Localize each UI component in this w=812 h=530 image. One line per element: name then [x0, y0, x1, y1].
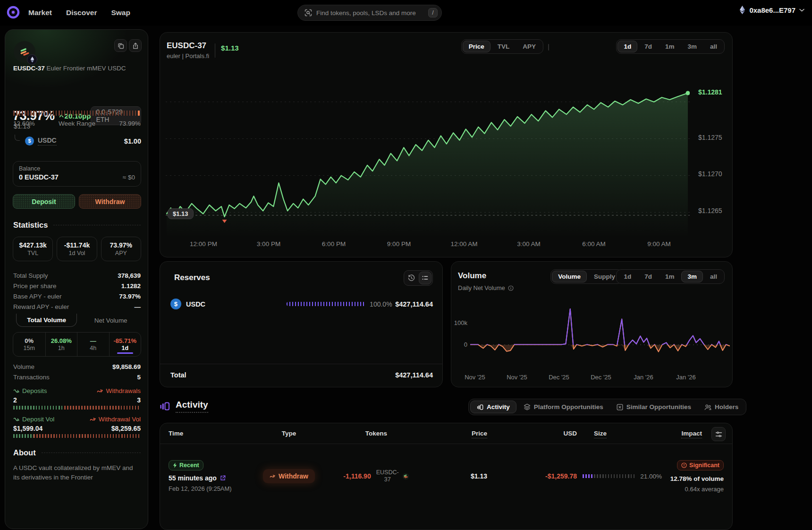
- range-7d[interactable]: 7d: [638, 41, 658, 52]
- week-range-bar: [13, 111, 141, 116]
- col-usd: USD: [487, 430, 577, 437]
- range-1m[interactable]: 1m: [659, 271, 681, 282]
- tab-volume[interactable]: Volume: [552, 271, 587, 282]
- tab-label: Activity: [487, 403, 510, 410]
- interval-15m[interactable]: 0%15m: [13, 333, 45, 356]
- divider: [215, 43, 215, 58]
- withdrawal-arrow-icon: [89, 416, 97, 423]
- y-axis-label: $1.1265: [698, 207, 722, 214]
- info-icon[interactable]: [508, 285, 514, 291]
- chart-title: EUSDC-37: [167, 41, 209, 51]
- stat-card-1d-vol: -$11.74k 1d Vol: [57, 237, 97, 261]
- stat-value: -$11.74k: [64, 241, 90, 249]
- search-input[interactable]: Find tokens, pools, LSDs and more /: [297, 5, 442, 21]
- external-link-icon[interactable]: [220, 475, 226, 481]
- volume-x-label: Nov '25: [458, 374, 491, 381]
- deposits-count: 2: [13, 396, 17, 404]
- price-chart-panel: EUSDC-37 euler | Portals.fi $1.13 Price …: [160, 32, 733, 257]
- net-volume-chart[interactable]: [470, 303, 730, 369]
- wallet-button[interactable]: 0xa8e6...E797: [739, 5, 804, 15]
- divider: [548, 44, 549, 51]
- range-all[interactable]: all: [704, 271, 723, 282]
- impact-cell: Significant 12.78% of volume 0.64x avera…: [662, 460, 724, 493]
- interval-value: 0%: [25, 337, 34, 344]
- underlying-symbol: USDC: [38, 137, 57, 145]
- range-1d[interactable]: 1d: [617, 271, 637, 282]
- wallet-address: 0xa8e6...E797: [749, 6, 795, 14]
- balance-label: Balance: [19, 165, 135, 172]
- tab-activity[interactable]: Activity: [470, 401, 516, 413]
- tab-apy[interactable]: APY: [516, 41, 542, 52]
- vault-mini-icon: [402, 473, 409, 480]
- volume-range-tabs: 1d 7d 1m 3m all: [616, 269, 725, 284]
- volume-subtitle: Daily Net Volume: [458, 284, 505, 291]
- range-all[interactable]: all: [704, 41, 723, 52]
- volume-title: Volume: [458, 271, 486, 281]
- chevron-down-icon: [799, 9, 804, 12]
- activity-icon: [160, 401, 170, 411]
- interval-1d[interactable]: -85.71%1d: [109, 333, 141, 356]
- week-range-label: Week Range: [59, 120, 95, 127]
- stat-row-label: Price per share: [13, 282, 57, 290]
- time-cell: Recent 55 minutes ago Feb 12, 2026 (9:25…: [169, 460, 256, 492]
- tab-net-volume[interactable]: Net Volume: [84, 314, 138, 327]
- col-size[interactable]: Size: [577, 430, 662, 437]
- filter-icon[interactable]: [711, 427, 726, 441]
- withdraw-arrow-icon: [269, 473, 276, 479]
- col-price[interactable]: Price: [431, 430, 487, 437]
- reserve-row[interactable]: $ USDC 100.0% $427,114.64: [170, 299, 433, 309]
- nav-link-discover[interactable]: Discover: [66, 9, 97, 17]
- history-icon[interactable]: [405, 272, 418, 284]
- interval-value: -85.71%: [114, 337, 136, 344]
- withdraw-button[interactable]: Withdraw: [79, 194, 141, 209]
- tab-holders[interactable]: Holders: [698, 401, 744, 413]
- tokens-cell: -1,116.90 EUSDC-37: [322, 469, 431, 483]
- app-logo-icon[interactable]: [7, 6, 20, 19]
- range-3m[interactable]: 3m: [681, 271, 703, 282]
- interval-value: 26.08%: [51, 337, 72, 344]
- tab-platform-opportunities[interactable]: Platform Opportunities: [517, 401, 609, 413]
- lightning-icon: [173, 462, 177, 468]
- tab-similar-opportunities[interactable]: Similar Opportunities: [610, 401, 697, 413]
- trade-usd: -$1,259.78: [545, 472, 577, 480]
- transactions-row: Transactions5: [13, 372, 141, 382]
- deposit-button[interactable]: Deposit: [13, 194, 75, 209]
- activity-row[interactable]: Recent 55 minutes ago Feb 12, 2026 (9:25…: [160, 444, 732, 508]
- range-3m[interactable]: 3m: [681, 41, 703, 52]
- time-relative: 55 minutes ago: [169, 474, 217, 482]
- interval-1h[interactable]: 26.08%1h: [45, 333, 77, 356]
- about-text: A USDC vault collateralized by mMEV and …: [13, 463, 138, 482]
- tab-price[interactable]: Price: [463, 41, 491, 52]
- stat-card-apy: 73.97% APY: [101, 237, 141, 261]
- price-line-chart[interactable]: [166, 71, 690, 238]
- tab-label: Holders: [715, 403, 738, 410]
- nav-link-swap[interactable]: Swap: [111, 9, 130, 17]
- interval-4h[interactable]: —4h: [77, 333, 109, 356]
- deposits-label: Deposits: [22, 387, 47, 394]
- deposit-arrow-icon: [13, 416, 20, 423]
- vault-symbol: EUSDC-37: [13, 65, 45, 72]
- size-pct: 21.00%: [640, 473, 662, 480]
- stat-label: APY: [115, 250, 127, 256]
- stat-row: Reward APY - euler—: [13, 301, 141, 312]
- range-1d[interactable]: 1d: [617, 41, 637, 52]
- list-icon[interactable]: [419, 272, 431, 284]
- stat-row-label: Reward APY - euler: [13, 303, 69, 310]
- tab-tvl[interactable]: TVL: [491, 41, 516, 52]
- token-symbol: EUSDC-37: [375, 469, 400, 483]
- tab-total-volume[interactable]: Total Volume: [16, 314, 77, 327]
- underlying-token-row[interactable]: $ USDC $1.00: [25, 137, 141, 145]
- volume-x-label: Jan '26: [669, 374, 702, 381]
- range-1m[interactable]: 1m: [659, 41, 681, 52]
- type-cell: Withdraw: [256, 469, 322, 483]
- impact-average: 0.64x average: [662, 486, 724, 493]
- balance-usd: ≈ $0: [123, 174, 135, 181]
- stat-row: Base APY - euler73.97%: [13, 291, 141, 301]
- copy-icon[interactable]: [114, 39, 127, 52]
- range-7d[interactable]: 7d: [638, 271, 658, 282]
- eth-icon: [739, 5, 745, 15]
- interval-selector: 0%15m 26.08%1h —4h -85.71%1d: [13, 332, 141, 357]
- share-icon[interactable]: [129, 39, 142, 52]
- trade-price: $1.13: [471, 472, 487, 480]
- nav-link-market[interactable]: Market: [28, 9, 52, 17]
